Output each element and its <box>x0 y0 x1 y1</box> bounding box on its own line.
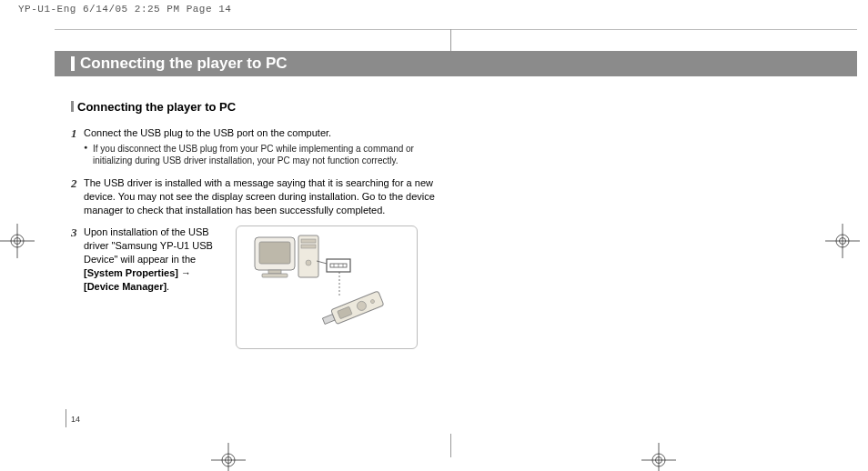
registration-mark-icon <box>215 446 242 471</box>
section-heading: Connecting the player to PC <box>71 100 435 114</box>
step-number: 1 <box>71 125 77 142</box>
pc-connection-illustration <box>236 225 418 349</box>
step-1-bullet: If you disconnect the USB plug from your… <box>84 143 435 167</box>
step3-end: . <box>167 281 169 292</box>
step3-bold2: [Device Manager] <box>84 281 167 292</box>
pc-tower-icon <box>298 236 318 277</box>
monitor-icon <box>255 237 295 277</box>
section-bar-icon <box>71 101 74 112</box>
svg-rect-2 <box>268 270 281 274</box>
step-2: 2 The USB driver is installed with a mes… <box>71 176 435 217</box>
step-3-text: Upon installation of the USB driver "Sam… <box>84 225 225 293</box>
step-text: The USB driver is installed with a messa… <box>84 177 435 215</box>
step3-arrow: → <box>178 267 191 278</box>
crop-tick-bottom <box>450 434 451 457</box>
usb-player-icon <box>321 291 384 328</box>
step-text: Connect the USB plug to the USB port on … <box>84 127 331 138</box>
title-band: Connecting the player to PC <box>55 51 857 76</box>
step-number: 2 <box>71 175 77 192</box>
registration-mark-icon <box>829 227 856 255</box>
step-number: 3 <box>71 225 77 241</box>
step3-pre: Upon installation of the USB driver "Sam… <box>84 226 213 265</box>
step-1: 1 Connect the USB plug to the USB port o… <box>71 126 435 167</box>
usb-port-icon <box>317 259 350 272</box>
svg-point-7 <box>306 260 311 266</box>
page-title: Connecting the player to PC <box>80 55 288 73</box>
page-number: 14 <box>71 415 80 424</box>
print-slug: YP-U1-Eng 6/14/05 2:25 PM Page 14 <box>18 4 231 15</box>
crop-tick-top <box>450 29 451 53</box>
top-rule <box>55 29 857 30</box>
svg-rect-5 <box>301 239 316 243</box>
registration-mark-icon <box>4 227 31 255</box>
title-bar-accent <box>71 56 75 71</box>
step3-bold1: [System Properties] <box>84 267 178 278</box>
section-heading-text: Connecting the player to PC <box>77 100 236 114</box>
svg-rect-3 <box>262 274 288 277</box>
svg-rect-6 <box>301 245 316 248</box>
svg-rect-1 <box>259 242 290 264</box>
registration-mark-icon <box>645 446 672 471</box>
